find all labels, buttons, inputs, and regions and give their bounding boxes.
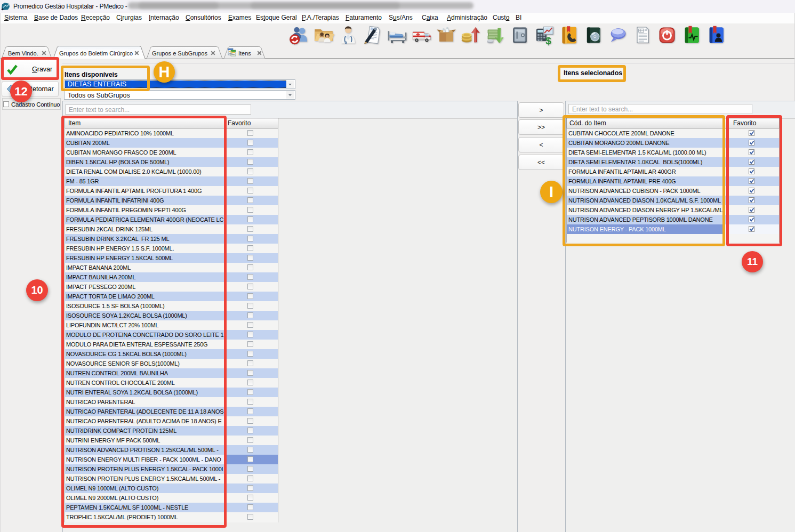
svg-text:$: $ bbox=[545, 35, 551, 46]
